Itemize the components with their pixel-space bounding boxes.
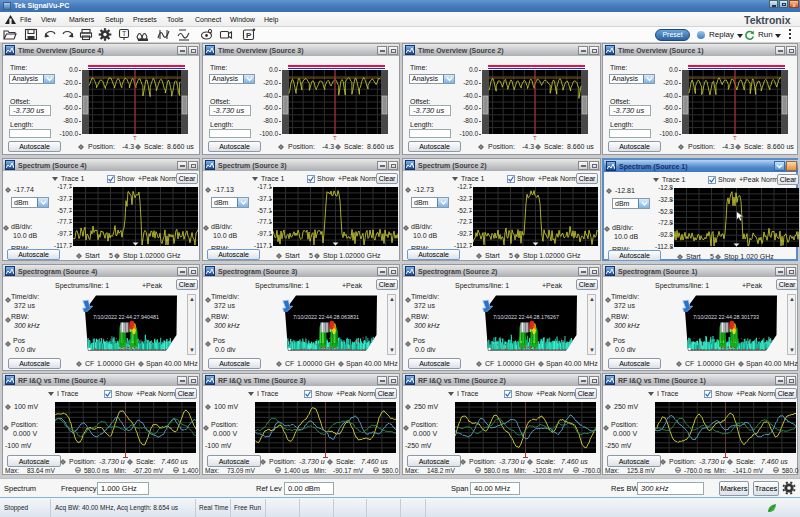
svg-text:T: T xyxy=(122,30,127,37)
svg-text:7/10/2022 22:44:27.940481: 7/10/2022 22:44:27.940481 xyxy=(93,314,159,320)
svg-text:7/10/2022 22:44:28.301733: 7/10/2022 22:44:28.301733 xyxy=(693,314,759,320)
svg-text:7/10/2022 22:44:28.063831: 7/10/2022 22:44:28.063831 xyxy=(293,314,359,320)
svg-text:7/10/2022 22:44:28.176267: 7/10/2022 22:44:28.176267 xyxy=(493,314,559,320)
svg-text:P: P xyxy=(246,31,252,40)
